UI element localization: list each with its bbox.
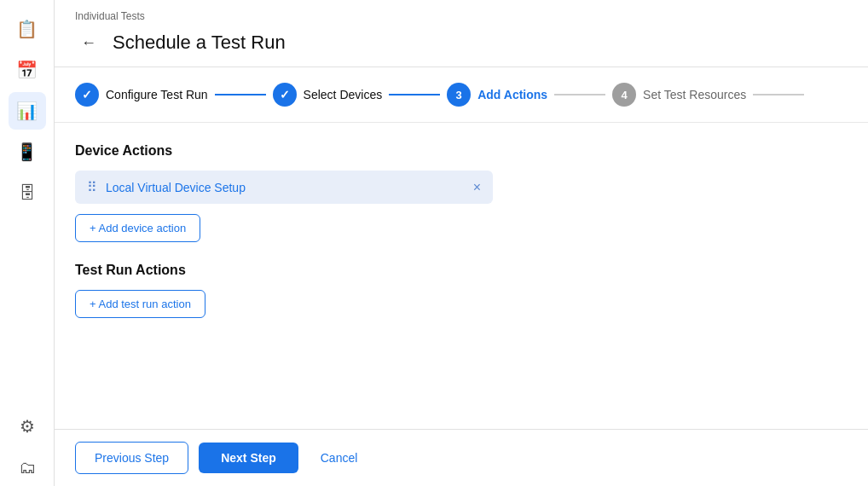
sidebar-item-folder[interactable]: 🗂 <box>9 448 46 486</box>
step-label-select-devices: Select Devices <box>304 88 383 101</box>
test-run-actions-section: Test Run Actions + Add test run action <box>75 263 848 338</box>
step-number-3: 3 <box>456 89 462 101</box>
connector-3 <box>554 94 605 95</box>
folder-icon: 🗂 <box>19 458 36 477</box>
mobile-icon: 📱 <box>16 142 38 162</box>
checkmark-icon-2 <box>280 88 290 101</box>
sidebar-item-calendar[interactable]: 📅 <box>9 51 46 89</box>
checkmark-icon <box>82 88 92 101</box>
device-actions-section: Device Actions ⠿ Local Virtual Device Se… <box>75 143 848 263</box>
add-device-action-button[interactable]: + Add device action <box>75 214 200 242</box>
chart-icon: 📊 <box>16 101 38 121</box>
device-action-chip: ⠿ Local Virtual Device Setup × <box>75 171 493 204</box>
step-configure: Configure Test Run <box>75 83 208 107</box>
connector-4 <box>753 94 804 95</box>
breadcrumb: Individual Tests <box>75 10 848 22</box>
settings-icon: ⚙ <box>20 416 35 437</box>
step-label-configure: Configure Test Run <box>106 88 208 101</box>
header: Individual Tests ← Schedule a Test Run <box>55 0 868 67</box>
clipboard-icon: 📋 <box>16 19 38 39</box>
connector-2 <box>389 94 440 95</box>
back-button[interactable]: ← <box>75 29 102 56</box>
device-actions-title: Device Actions <box>75 143 848 159</box>
calendar-icon: 📅 <box>16 60 38 80</box>
step-circle-configure <box>75 83 99 107</box>
step-number-4: 4 <box>621 89 627 101</box>
step-circle-select-devices <box>273 83 297 107</box>
sidebar-item-settings[interactable]: ⚙ <box>9 408 46 445</box>
step-label-add-actions: Add Actions <box>477 88 547 101</box>
next-step-button[interactable]: Next Step <box>199 443 298 473</box>
stepper: Configure Test Run Select Devices 3 Add … <box>55 67 868 123</box>
cancel-button[interactable]: Cancel <box>309 443 370 473</box>
sidebar: 📋 📅 📊 📱 🗄 ⚙ 🗂 <box>0 0 55 486</box>
sidebar-item-chart[interactable]: 📊 <box>9 92 46 130</box>
test-run-actions-title: Test Run Actions <box>75 263 848 278</box>
sidebar-item-mobile[interactable]: 📱 <box>9 133 46 171</box>
page-title: Schedule a Test Run <box>113 32 286 54</box>
step-set-resources: 4 Set Test Resources <box>612 83 746 107</box>
step-circle-set-resources: 4 <box>612 83 636 107</box>
chip-label: Local Virtual Device Setup <box>106 181 246 194</box>
step-select-devices: Select Devices <box>273 83 383 107</box>
chip-close-button[interactable]: × <box>473 180 481 195</box>
add-test-run-action-button[interactable]: + Add test run action <box>75 290 205 318</box>
sidebar-item-clipboard[interactable]: 📋 <box>9 10 46 48</box>
step-label-set-resources: Set Test Resources <box>643 88 746 101</box>
sidebar-item-server[interactable]: 🗄 <box>9 174 46 211</box>
step-circle-add-actions: 3 <box>447 83 471 107</box>
content-area: Device Actions ⠿ Local Virtual Device Se… <box>55 123 868 429</box>
main-content: Individual Tests ← Schedule a Test Run C… <box>55 0 868 486</box>
previous-step-button[interactable]: Previous Step <box>75 442 188 474</box>
connector-1 <box>215 94 266 95</box>
server-icon: 🗄 <box>19 183 36 203</box>
footer: Previous Step Next Step Cancel <box>55 429 868 486</box>
title-row: ← Schedule a Test Run <box>75 29 848 67</box>
chip-left: ⠿ Local Virtual Device Setup <box>87 179 246 195</box>
step-add-actions: 3 Add Actions <box>447 83 547 107</box>
drag-handle-icon[interactable]: ⠿ <box>87 179 97 195</box>
back-arrow-icon: ← <box>81 34 96 52</box>
